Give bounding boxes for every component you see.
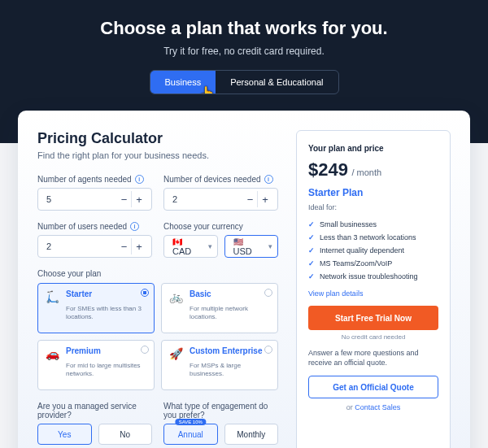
- feature-list: Small businesses Less than 3 network loc…: [308, 218, 438, 283]
- msp-yes-button[interactable]: Yes: [37, 424, 92, 445]
- answer-more-text: Answer a few more questions and receive …: [308, 349, 438, 368]
- devices-stepper[interactable]: 2 −+: [163, 188, 278, 211]
- radio-icon: [264, 289, 272, 297]
- plus-icon[interactable]: +: [132, 238, 146, 254]
- chevron-down-icon: ▾: [208, 242, 212, 250]
- engagement-annual-button[interactable]: SAVE 10% Annual: [163, 424, 218, 445]
- car-icon: 🚗: [45, 346, 59, 361]
- chevron-down-icon: ▾: [268, 242, 272, 250]
- contact-sales-link[interactable]: Contact Sales: [355, 403, 400, 411]
- feature-item: Less than 3 network locations: [308, 231, 438, 244]
- bike-icon: 🚲: [168, 289, 183, 304]
- price-period: / month: [351, 167, 381, 177]
- agents-stepper[interactable]: 5 −+: [37, 188, 152, 211]
- agents-value: 5: [46, 194, 117, 204]
- msp-no-button[interactable]: No: [98, 424, 153, 445]
- info-icon[interactable]: i: [130, 222, 139, 231]
- engagement-label: What type of engagement do you prefer?: [163, 402, 278, 420]
- rocket-icon: 🚀: [168, 346, 183, 361]
- info-icon[interactable]: i: [135, 175, 144, 184]
- cursor-icon: 👆: [199, 85, 216, 94]
- radio-icon: [141, 346, 149, 354]
- audience-tabs: Business Personal & Educational 👆: [150, 70, 339, 94]
- currency-option-usd[interactable]: 🇺🇸 USD▾: [224, 235, 279, 258]
- devices-label: Number of devices needed: [163, 175, 261, 184]
- feature-item: MS Teams/Zoom/VoIP: [308, 257, 438, 270]
- minus-icon[interactable]: −: [117, 191, 132, 207]
- radio-icon: [264, 346, 272, 354]
- currency-option-cad[interactable]: 🇨🇦 CAD▾: [163, 235, 218, 258]
- plan-label: Choose your plan: [37, 269, 101, 278]
- minus-icon[interactable]: −: [243, 191, 258, 207]
- page-title: Choose a plan that works for you.: [16, 18, 472, 39]
- price-value: $249: [308, 159, 348, 180]
- users-value: 2: [46, 241, 117, 251]
- view-details-link[interactable]: View plan details: [308, 289, 438, 298]
- info-icon[interactable]: i: [264, 175, 273, 184]
- scooter-icon: 🛴: [45, 289, 59, 304]
- start-trial-button[interactable]: Start Free Trial Now: [308, 306, 438, 330]
- or-text: or Contact Sales: [308, 403, 438, 411]
- feature-item: Small businesses: [308, 218, 438, 231]
- plan-option-premium[interactable]: 🚗 PremiumFor mid to large multisites net…: [37, 340, 155, 390]
- plan-option-basic[interactable]: 🚲 BasicFor multiple network locations.: [161, 283, 278, 333]
- summary-header: Your plan and price: [308, 144, 438, 153]
- plan-option-starter[interactable]: 🛴 StarterFor SMEs with less than 3 locat…: [37, 283, 155, 333]
- engagement-monthly-button[interactable]: Monthly: [224, 424, 279, 445]
- msp-label: Are you a managed service provider?: [37, 402, 152, 420]
- ideal-label: Ideal for:: [308, 203, 438, 211]
- users-stepper[interactable]: 2 −+: [37, 235, 152, 258]
- feature-item: Internet quality dependent: [308, 244, 438, 257]
- plus-icon[interactable]: +: [132, 191, 146, 207]
- minus-icon[interactable]: −: [117, 238, 132, 254]
- users-label: Number of users needed: [37, 222, 127, 231]
- summary-panel: Your plan and price $249 / month Starter…: [296, 130, 451, 448]
- plus-icon[interactable]: +: [258, 191, 272, 207]
- get-quote-button[interactable]: Get an Official Quote: [308, 376, 438, 398]
- devices-value: 2: [172, 194, 243, 204]
- agents-label: Number of agents needed: [37, 175, 132, 184]
- flag-icon: 🇨🇦: [172, 237, 182, 246]
- feature-item: Network issue troubleshooting: [308, 270, 438, 283]
- selected-plan-name: Starter Plan: [308, 187, 438, 198]
- currency-label: Choose your currency: [163, 222, 243, 231]
- no-card-note: No credit card needed: [308, 333, 438, 341]
- flag-icon: 🇺🇸: [233, 237, 243, 246]
- save-badge: SAVE 10%: [176, 419, 206, 425]
- tab-personal[interactable]: Personal & Educational: [216, 71, 338, 94]
- calculator-title: Pricing Calculator: [37, 130, 278, 147]
- calculator-subtitle: Find the right plan for your business ne…: [37, 150, 278, 160]
- page-subtitle: Try it for free, no credit card required…: [16, 46, 472, 57]
- plan-option-enterprise[interactable]: 🚀 Custom EnterpriseFor MSPs & large busi…: [161, 340, 278, 390]
- radio-icon: [141, 289, 149, 297]
